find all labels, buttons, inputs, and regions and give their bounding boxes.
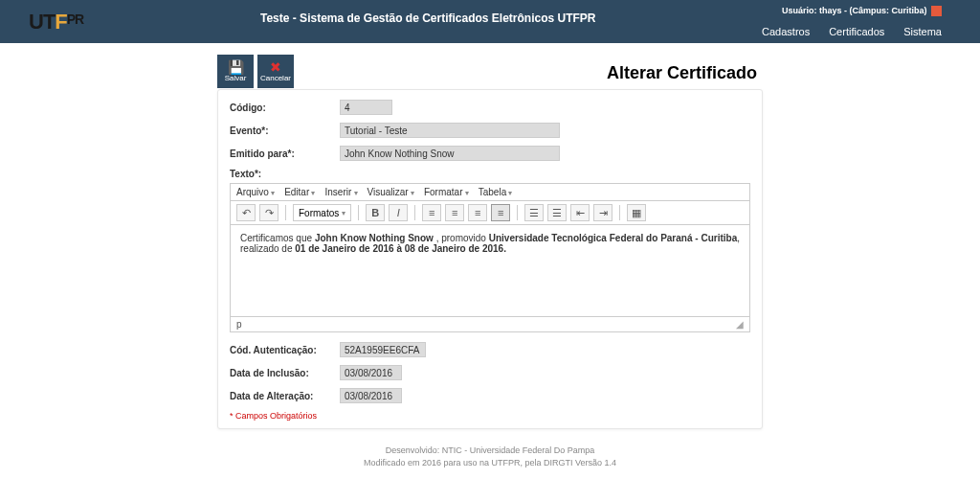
align-left-button[interactable]: ≡ xyxy=(422,204,441,221)
save-icon: 💾 xyxy=(228,60,244,74)
editor-content[interactable]: Certificamos que John Know Nothing Snow … xyxy=(231,225,749,316)
codigo-field[interactable]: 4 xyxy=(340,100,392,115)
menu-formatar[interactable]: Formatar xyxy=(424,187,469,197)
footer-line2: Modificado em 2016 para uso na UTFPR, pe… xyxy=(217,457,763,469)
emitido-label: Emitido para*: xyxy=(230,148,340,159)
logo: UTFPR xyxy=(29,10,83,34)
rich-text-editor: Arquivo Editar Inserir Visualizar Format… xyxy=(230,183,750,332)
align-justify-button[interactable]: ≡ xyxy=(491,204,510,221)
align-center-button[interactable]: ≡ xyxy=(445,204,464,221)
separator xyxy=(358,205,359,220)
menu-inserir[interactable]: Inserir xyxy=(325,187,358,197)
user-label: Usuário: thays - (Câmpus: Curitiba) xyxy=(782,6,927,15)
resize-handle-icon[interactable]: ◢ xyxy=(736,319,744,330)
alteracao-label: Data de Alteração: xyxy=(230,391,340,401)
editor-path: p xyxy=(236,319,242,330)
undo-button[interactable]: ↶ xyxy=(236,204,256,221)
logout-icon[interactable] xyxy=(931,6,942,16)
editor-menubar: Arquivo Editar Inserir Visualizar Format… xyxy=(231,184,749,201)
bold-button[interactable]: B xyxy=(366,204,385,221)
nav-sistema[interactable]: Sistema xyxy=(903,26,942,37)
cancel-label: Cancelar xyxy=(260,74,291,82)
save-button[interactable]: 💾 Salvar xyxy=(217,55,254,88)
texto-label: Texto*: xyxy=(230,169,340,179)
separator xyxy=(619,205,620,220)
save-label: Salvar xyxy=(225,74,247,82)
inclusao-label: Data de Inclusão: xyxy=(230,368,340,378)
page-title: Alterar Certificado xyxy=(217,63,757,83)
alteracao-field[interactable]: 03/08/2016 xyxy=(340,388,402,403)
evento-label: Evento*: xyxy=(230,125,340,136)
body-text: , promovido xyxy=(434,233,489,243)
required-note: * Campos Obrigatórios xyxy=(230,411,750,421)
indent-button[interactable]: ⇥ xyxy=(593,204,612,221)
formats-dropdown[interactable]: Formatos xyxy=(293,204,351,221)
number-list-button[interactable]: ☰ xyxy=(547,204,567,221)
body-name: John Know Nothing Snow xyxy=(315,233,434,243)
redo-button[interactable]: ↷ xyxy=(259,204,278,221)
align-right-button[interactable]: ≡ xyxy=(468,204,487,221)
evento-field[interactable]: Tutorial - Teste xyxy=(340,123,560,138)
cancel-icon: ✖ xyxy=(270,60,281,74)
codigo-label: Código: xyxy=(230,103,340,113)
separator xyxy=(414,205,415,220)
emitido-field[interactable]: John Know Nothing Snow xyxy=(340,146,560,161)
logo-text-pr: PR xyxy=(67,11,83,27)
body-dates: 01 de Janeiro de 2016 à 08 de Janeiro de… xyxy=(295,243,506,254)
body-inst: Universidade Tecnológica Federal do Para… xyxy=(489,233,738,243)
menu-visualizar[interactable]: Visualizar xyxy=(368,187,414,197)
menu-editar[interactable]: Editar xyxy=(284,187,315,197)
image-button[interactable]: ▦ xyxy=(627,204,646,221)
logo-text-f: F xyxy=(55,10,66,34)
inclusao-field[interactable]: 03/08/2016 xyxy=(340,365,402,380)
nav-certificados[interactable]: Certificados xyxy=(829,26,884,37)
bullet-list-button[interactable]: ☰ xyxy=(524,204,544,221)
italic-button[interactable]: I xyxy=(389,204,408,221)
navbar: UTFPR Teste - Sistema de Gestão de Certi… xyxy=(0,0,980,43)
nav-cadastros[interactable]: Cadastros xyxy=(762,26,810,37)
editor-toolbar: ↶ ↷ Formatos B I ≡ ≡ ≡ ≡ ☰ ☰ ⇤ ⇥ ▦ xyxy=(231,201,749,225)
separator xyxy=(517,205,518,220)
footer: Desenvolvido: NTIC - Universidade Federa… xyxy=(217,445,763,468)
auth-field[interactable]: 52A1959EE6CFA xyxy=(340,342,426,357)
menu-tabela[interactable]: Tabela xyxy=(479,187,513,197)
cancel-button[interactable]: ✖ Cancelar xyxy=(257,55,294,88)
editor-statusbar: p ◢ xyxy=(231,316,749,331)
separator xyxy=(285,205,286,220)
outdent-button[interactable]: ⇤ xyxy=(570,204,590,221)
footer-line1: Desenvolvido: NTIC - Universidade Federa… xyxy=(217,445,763,457)
logo-text-ut: UT xyxy=(29,10,55,34)
body-text: Certificamos que xyxy=(240,233,315,243)
menu-arquivo[interactable]: Arquivo xyxy=(236,187,275,197)
nav-menu: Cadastros Certificados Sistema xyxy=(762,26,942,37)
app-title: Teste - Sistema de Gestão de Certificado… xyxy=(260,11,596,25)
user-info: Usuário: thays - (Câmpus: Curitiba) xyxy=(782,6,942,16)
form-panel: Código: 4 Evento*: Tutorial - Teste Emit… xyxy=(217,89,763,429)
auth-label: Cód. Autenticação: xyxy=(230,345,340,355)
